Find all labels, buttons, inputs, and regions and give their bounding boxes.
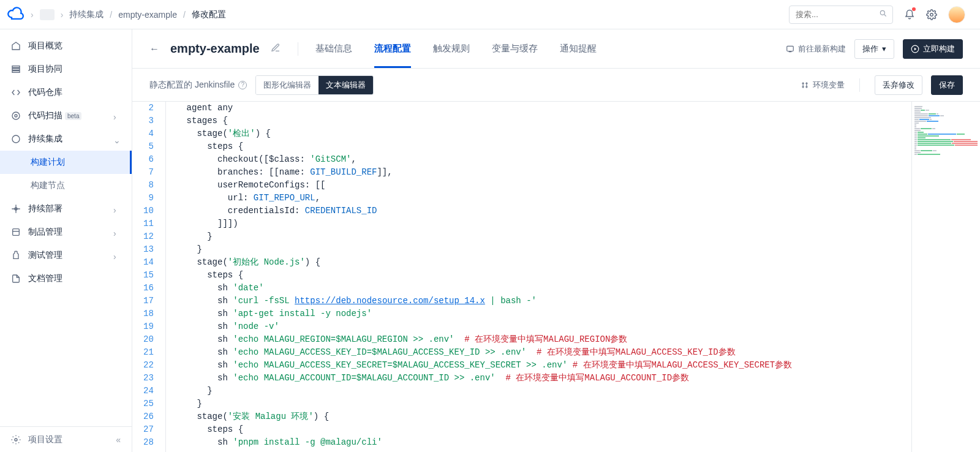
- sidebar-item[interactable]: 文档管理: [0, 267, 132, 290]
- tab[interactable]: 触发规则: [433, 29, 470, 68]
- bell-icon[interactable]: [904, 9, 915, 20]
- svg-point-1: [930, 13, 933, 16]
- sidebar-subitem[interactable]: 构建节点: [0, 174, 132, 197]
- sidebar-item[interactable]: 持续部署 ›: [0, 197, 132, 220]
- sidebar-item-icon: [11, 64, 21, 74]
- divider: [859, 78, 860, 92]
- editor-code[interactable]: agent any stages { stage('检出') { steps {…: [169, 102, 799, 452]
- sidebar-footer-label: 项目设置: [28, 434, 62, 445]
- sidebar-item-icon: [11, 204, 21, 214]
- chevron-down-icon: ⌄: [113, 135, 121, 143]
- help-icon[interactable]: ?: [238, 81, 247, 89]
- sidebar-item[interactable]: 制品管理 ›: [0, 220, 132, 244]
- sidebar-item-icon: [11, 227, 21, 237]
- chevron-right-icon: ›: [113, 252, 121, 259]
- sidebar-item-label: 文档管理: [28, 273, 121, 284]
- tab[interactable]: 变量与缓存: [492, 29, 538, 68]
- chevron-right-icon: ›: [61, 10, 64, 20]
- code-editor[interactable]: 2345678910111213141516171819202122232425…: [132, 102, 911, 452]
- sidebar-item-icon: [11, 274, 21, 284]
- edit-icon[interactable]: [271, 43, 281, 55]
- collapse-sidebar-icon[interactable]: «: [116, 435, 121, 445]
- search-input-wrap[interactable]: [789, 6, 893, 24]
- config-type-label: 静态配置的 Jenkinsfile ?: [149, 80, 247, 91]
- sidebar-item-label: 项目概览: [28, 40, 121, 51]
- chevron-down-icon: ▾: [882, 44, 886, 53]
- sidebar-item-label: 制品管理: [28, 227, 106, 238]
- breadcrumb-seg[interactable]: 持续集成: [69, 9, 104, 20]
- svg-point-6: [15, 115, 17, 117]
- sidebar-item-label: 持续集成: [28, 134, 106, 145]
- chevron-right-icon: /: [183, 10, 186, 20]
- sidebar-item-label: 代码仓库: [28, 87, 121, 98]
- chevron-right-icon: ›: [113, 228, 121, 236]
- editor-mode-segment: 图形化编辑器 文本编辑器: [255, 75, 374, 95]
- tab[interactable]: 基础信息: [315, 29, 352, 68]
- chevron-right-icon: ›: [113, 205, 121, 213]
- sidebar-item-icon: [11, 41, 21, 51]
- sidebar-subitem[interactable]: 构建计划: [0, 151, 132, 174]
- seg-graph-editor[interactable]: 图形化编辑器: [256, 76, 318, 94]
- sidebar-item[interactable]: 代码仓库: [0, 81, 132, 104]
- divider: [298, 42, 298, 56]
- search-input[interactable]: [794, 9, 875, 20]
- editor-gutter: 2345678910111213141516171819202122232425…: [132, 102, 162, 452]
- minimap[interactable]: [911, 102, 980, 452]
- svg-point-5: [12, 112, 20, 119]
- go-latest-build-label: 前往最新构建: [798, 43, 846, 55]
- avatar[interactable]: [948, 6, 965, 23]
- tab[interactable]: 流程配置: [374, 29, 411, 68]
- breadcrumb-seg-current: 修改配置: [192, 9, 226, 20]
- env-vars-label: 环境变量: [813, 80, 845, 91]
- back-arrow-icon[interactable]: ←: [149, 43, 159, 55]
- logo-icon[interactable]: [7, 6, 24, 23]
- sidebar-item[interactable]: 项目概览: [0, 34, 132, 58]
- sidebar-item-icon: [11, 111, 21, 121]
- seg-text-editor[interactable]: 文本编辑器: [318, 76, 373, 94]
- chevron-right-icon: ›: [113, 112, 121, 119]
- sidebar-item-icon: [11, 88, 21, 97]
- sidebar-item[interactable]: 代码扫描beta ›: [0, 104, 132, 127]
- fold-rule: [162, 102, 169, 452]
- sidebar-item-icon: [11, 250, 21, 260]
- build-now-label: 立即构建: [923, 43, 955, 55]
- sidebar-item[interactable]: 测试管理 ›: [0, 244, 132, 267]
- svg-rect-4: [12, 71, 20, 73]
- gear-icon: [11, 435, 21, 445]
- save-button[interactable]: 保存: [931, 75, 963, 95]
- svg-rect-3: [12, 69, 20, 70]
- svg-rect-2: [12, 66, 20, 68]
- operate-dropdown[interactable]: 操作 ▾: [854, 39, 894, 59]
- breadcrumb-project[interactable]: [40, 9, 55, 20]
- page-title: empty-example: [170, 42, 260, 56]
- breadcrumb-seg[interactable]: empty-example: [118, 10, 177, 20]
- page-header: ← empty-example 基础信息流程配置触发规则变量与缓存通知提醒 前往…: [132, 29, 980, 69]
- chevron-right-icon: /: [110, 10, 112, 20]
- top-bar: › › 持续集成 / empty-example / 修改配置: [0, 0, 980, 29]
- sidebar-footer[interactable]: 项目设置 «: [0, 426, 132, 452]
- svg-point-9: [15, 439, 17, 441]
- go-latest-build-link[interactable]: 前往最新构建: [786, 43, 846, 55]
- search-icon: [879, 9, 888, 20]
- tab[interactable]: 通知提醒: [560, 29, 597, 68]
- sidebar-item-label: 持续部署: [28, 203, 106, 214]
- sidebar-item-label: 测试管理: [28, 250, 106, 261]
- env-vars-link[interactable]: 环境变量: [801, 80, 845, 91]
- editor-toolbar: 静态配置的 Jenkinsfile ? 图形化编辑器 文本编辑器 环境变量 丢弃…: [132, 69, 980, 102]
- sidebar-item-label: 代码扫描beta: [28, 110, 106, 121]
- discard-button[interactable]: 丢弃修改: [875, 75, 922, 95]
- sidebar: 项目概览 项目协同 代码仓库 代码扫描beta › 持续集成 ⌄构建计划构建节点…: [0, 29, 132, 452]
- svg-point-0: [880, 10, 884, 15]
- chevron-right-icon: ›: [31, 10, 34, 20]
- svg-rect-8: [13, 229, 20, 236]
- sidebar-item[interactable]: 项目协同: [0, 58, 132, 81]
- gear-icon[interactable]: [926, 9, 937, 20]
- operate-label: 操作: [862, 43, 878, 55]
- build-now-button[interactable]: 立即构建: [903, 39, 963, 59]
- sidebar-item-icon: [11, 134, 21, 144]
- svg-rect-10: [787, 46, 794, 51]
- sidebar-item-label: 项目协同: [28, 64, 121, 75]
- sidebar-item[interactable]: 持续集成 ⌄: [0, 127, 132, 151]
